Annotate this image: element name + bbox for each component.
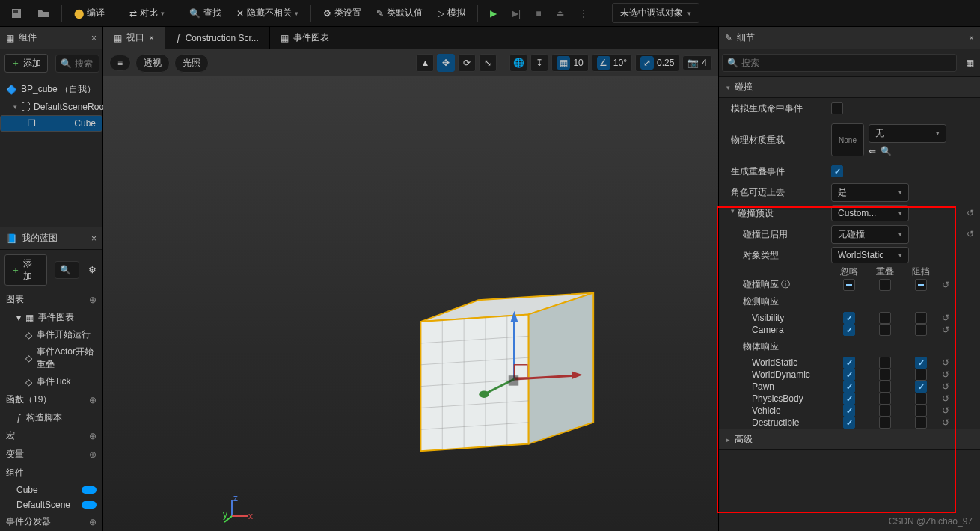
category-advanced[interactable]: ▸高级	[719, 429, 980, 450]
use-selected-icon[interactable]: ⇐	[869, 146, 876, 156]
viewport-canvas[interactable]: z x y	[103, 76, 718, 531]
coord-space[interactable]: 🌐	[509, 54, 527, 72]
prop-preset-label[interactable]: ▾碰撞预设	[719, 207, 831, 220]
cb-Camera-block[interactable]	[915, 324, 927, 336]
tab-event-graph[interactable]: ▦事件图表	[270, 27, 340, 49]
add-icon[interactable]: ⊕	[89, 431, 97, 441]
diff-button[interactable]: ⇄对比▾	[123, 4, 171, 22]
cb-Pawn-ignore[interactable]: ✓	[843, 381, 855, 393]
hide-unrelated-button[interactable]: ✕隐藏不相关▾	[230, 4, 304, 22]
bp-variables-header[interactable]: 变量⊕	[0, 445, 102, 464]
cb-Vehicle-overlap[interactable]	[879, 405, 891, 417]
rotate-tool[interactable]: ⟳	[458, 54, 476, 72]
bp-search-input[interactable]: 🔍	[55, 261, 79, 279]
cb-Destructible-ignore[interactable]: ✓	[843, 417, 855, 429]
category-collision[interactable]: ▾碰撞	[719, 76, 980, 98]
cb-Visibility-block[interactable]	[915, 312, 927, 324]
bp-components-header[interactable]: 组件	[0, 464, 102, 482]
add-bp-button[interactable]: ＋添加	[4, 254, 47, 286]
phys-mat-select[interactable]: 无▾	[869, 124, 946, 143]
browse-icon[interactable]	[31, 4, 55, 22]
play-button[interactable]: ▶	[484, 5, 503, 22]
component-search-input[interactable]: 🔍	[55, 55, 99, 73]
cb-Pawn-overlap[interactable]	[879, 381, 891, 393]
close-icon[interactable]: ×	[91, 33, 97, 43]
add-icon[interactable]: ⊕	[89, 449, 97, 460]
reset-icon[interactable]: ↺	[939, 381, 952, 392]
reset-icon[interactable]: ↺	[939, 417, 952, 428]
view-perspective[interactable]: 透视	[135, 54, 170, 73]
bp-event-graph[interactable]: ▾▦事件图表	[0, 309, 102, 326]
bp-graphs-header[interactable]: 图表⊕	[0, 290, 102, 309]
sim-hit-checkbox[interactable]	[831, 102, 843, 114]
bp-begin-play[interactable]: ◇事件开始运行	[0, 326, 102, 343]
add-icon[interactable]: ⊕	[89, 517, 97, 527]
cb-PhysicsBody-ignore[interactable]: ✓	[843, 393, 855, 405]
close-icon[interactable]: ×	[969, 33, 974, 43]
cb-Visibility-ignore[interactable]: ✓	[843, 312, 855, 324]
reset-icon[interactable]: ↺	[939, 405, 952, 416]
compile-button[interactable]: ⬤编译⋮	[68, 4, 120, 22]
class-defaults-button[interactable]: ✎类默认值	[370, 4, 429, 22]
cb-WorldStatic-block[interactable]: ✓	[915, 357, 927, 369]
bp-tick[interactable]: ◇事件Tick	[0, 373, 102, 390]
details-settings-icon[interactable]: ▦	[960, 55, 980, 71]
select-tool[interactable]: ▲	[416, 54, 434, 72]
surface-snap[interactable]: ↧	[530, 54, 548, 72]
preset-select[interactable]: Custom...▾	[831, 205, 909, 221]
add-icon[interactable]: ⊕	[89, 295, 97, 305]
cb-WorldStatic-ignore[interactable]: ✓	[843, 357, 855, 369]
cb-PhysicsBody-block[interactable]	[915, 393, 927, 405]
bp-dispatchers-header[interactable]: 事件分发器⊕	[0, 512, 102, 531]
details-search-input[interactable]: 🔍	[722, 54, 957, 72]
cb-Camera-ignore[interactable]: ✓	[843, 324, 855, 336]
simulate-button[interactable]: ▷模拟	[432, 4, 471, 22]
help-icon[interactable]: ⓘ	[781, 279, 790, 289]
bp-construction-script[interactable]: ƒ构造脚本	[0, 409, 102, 426]
bp-var-cube[interactable]: Cube	[0, 482, 102, 497]
bp-var-defaultscene[interactable]: DefaultScene	[0, 497, 102, 512]
cb-PhysicsBody-overlap[interactable]	[879, 393, 891, 405]
scale-tool[interactable]: ⤡	[479, 54, 497, 72]
view-lit[interactable]: 光照	[174, 54, 209, 73]
reset-icon[interactable]: ↺	[964, 208, 977, 218]
camera-speed[interactable]: 📷4	[682, 55, 712, 70]
reset-icon[interactable]: ↺	[939, 357, 952, 368]
find-button[interactable]: 🔍查找	[183, 4, 227, 22]
class-settings-button[interactable]: ⚙类设置	[317, 4, 367, 22]
gen-overlap-checkbox[interactable]: ✓	[831, 165, 843, 177]
resp-all-overlap[interactable]	[879, 279, 891, 291]
reset-icon[interactable]: ↺	[939, 369, 952, 380]
reset-icon[interactable]: ↺	[964, 229, 977, 239]
reset-icon[interactable]: ↺	[939, 280, 952, 290]
reset-icon[interactable]: ↺	[939, 313, 952, 323]
scale-snap[interactable]: ⤢0.25	[635, 54, 679, 72]
cb-Visibility-overlap[interactable]	[879, 312, 891, 324]
bp-macros-header[interactable]: 宏⊕	[0, 426, 102, 445]
eject-button[interactable]: ⏏	[550, 5, 570, 22]
cb-Destructible-block[interactable]	[915, 417, 927, 429]
cb-WorldDynamic-ignore[interactable]: ✓	[843, 369, 855, 381]
can-step-select[interactable]: 是▾	[831, 183, 909, 202]
resp-all-block[interactable]	[915, 279, 927, 291]
settings-icon[interactable]: ⚙	[82, 262, 102, 278]
tab-viewport[interactable]: ▦视口×	[103, 27, 165, 49]
grid-snap[interactable]: ▦10	[551, 54, 588, 72]
reset-icon[interactable]: ↺	[939, 393, 952, 404]
add-icon[interactable]: ⊕	[89, 395, 97, 405]
cb-WorldStatic-overlap[interactable]	[879, 357, 891, 369]
cb-Camera-overlap[interactable]	[879, 324, 891, 336]
phys-mat-thumb[interactable]: None	[831, 123, 864, 156]
cb-WorldDynamic-overlap[interactable]	[879, 369, 891, 381]
collision-enabled-select[interactable]: 无碰撞▾	[831, 225, 909, 244]
object-type-select[interactable]: WorldStatic▾	[831, 247, 909, 263]
close-icon[interactable]: ×	[91, 233, 97, 244]
save-icon[interactable]	[4, 4, 28, 22]
bp-actor-overlap[interactable]: ◇事件Actor开始重叠	[0, 343, 102, 373]
tree-scene-root[interactable]: ▾⛶DefaultSceneRoot	[0, 99, 102, 115]
tree-blueprint-root[interactable]: 🔷BP_cube （自我）	[0, 80, 102, 99]
browse-to-icon[interactable]: 🔍	[881, 146, 892, 156]
viewport-menu[interactable]: ≡	[109, 55, 131, 71]
cb-WorldDynamic-block[interactable]	[915, 369, 927, 381]
more-button[interactable]: ⋮	[573, 5, 594, 22]
